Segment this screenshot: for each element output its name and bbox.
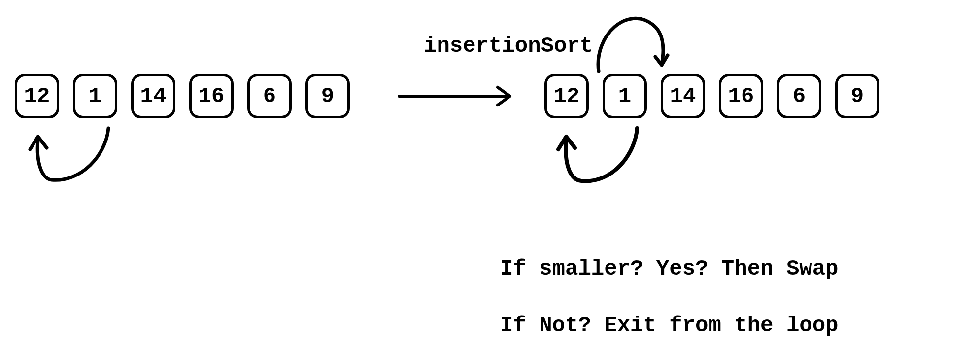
algorithm-title: insertionSort	[424, 34, 593, 58]
transition-arrow	[394, 81, 522, 113]
explanation-text: If smaller? Yes? Then Swap If Not? Exit …	[500, 227, 839, 352]
array-cell: 9	[305, 74, 350, 118]
left-array-group: 12 1 14 16 6 9	[15, 74, 364, 118]
array-cell: 9	[835, 74, 879, 118]
array-cell: 12	[544, 74, 589, 118]
array-cell: 14	[131, 74, 175, 118]
diagram-container: insertionSort 12 1 14 16 6 9 12 1 14 16 …	[0, 0, 980, 352]
array-cell: 12	[15, 74, 59, 118]
array-cell: 1	[603, 74, 647, 118]
array-cell: 16	[719, 74, 763, 118]
array-cell: 16	[189, 74, 234, 118]
explanation-line: If smaller? Yes? Then Swap	[500, 255, 839, 283]
array-cell: 6	[777, 74, 821, 118]
left-under-arc-arrow	[22, 126, 121, 197]
array-cell: 6	[247, 74, 292, 118]
array-cell: 14	[661, 74, 705, 118]
right-array-group: 12 1 14 16 6 9	[544, 74, 893, 118]
top-arc-arrow	[589, 5, 677, 79]
array-cell: 1	[73, 74, 117, 118]
right-under-arc-arrow	[549, 126, 648, 197]
explanation-line: If Not? Exit from the loop	[500, 312, 839, 340]
